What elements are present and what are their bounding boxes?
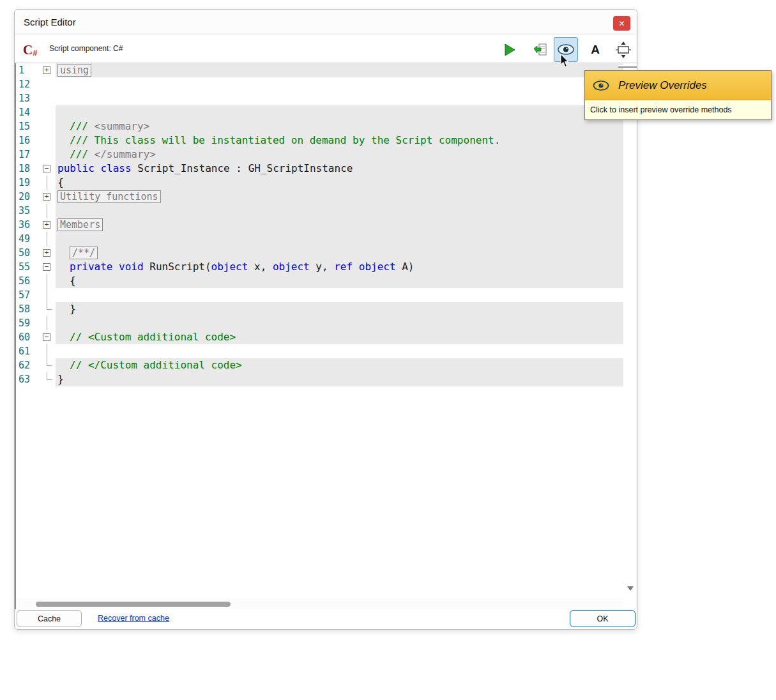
close-button[interactable]: ✕	[613, 16, 630, 31]
fold-toggle-icon[interactable]: −	[39, 162, 56, 176]
code-text[interactable]: /// This class will be instantiated on d…	[56, 133, 623, 148]
code-text[interactable]: }	[56, 372, 623, 386]
fold-gutter-cell	[39, 77, 56, 91]
fold-gutter-cell	[39, 133, 56, 148]
code-text[interactable]: // <Custom additional code>	[56, 330, 623, 344]
code-text[interactable]	[56, 204, 623, 218]
code-segment-plain: {	[57, 176, 64, 188]
line-number: 49	[16, 232, 39, 246]
code-text[interactable]	[56, 105, 623, 119]
title-bar[interactable]: Script Editor ✕	[15, 10, 637, 35]
csharp-letter: C	[23, 42, 33, 57]
code-segment-keyword: ref	[334, 261, 353, 273]
code-segment-plain: A)	[396, 261, 415, 273]
code-text[interactable]	[56, 288, 623, 302]
fold-gutter-cell	[39, 344, 56, 358]
line-number: 56	[16, 274, 39, 288]
tooltip-header: Preview Overrides	[585, 71, 771, 100]
code-segment-doctag: <summary>	[95, 120, 150, 132]
insert-source-button[interactable]	[529, 39, 551, 60]
auto-size-button[interactable]	[612, 39, 634, 60]
code-text[interactable]: private void RunScript(object x, object …	[56, 260, 623, 274]
code-segment-plain: }	[57, 373, 64, 385]
code-text[interactable]	[56, 316, 623, 330]
code-segment-doctag: </summary>	[95, 148, 156, 160]
line-number: 14	[16, 105, 39, 119]
code-segment-plain: {	[70, 275, 76, 287]
recover-from-cache-link[interactable]: Recover from cache	[98, 614, 169, 623]
code-line-49: 49	[16, 232, 623, 246]
fold-gutter-cell	[39, 288, 56, 302]
run-script-button[interactable]	[499, 39, 521, 60]
line-number: 50	[16, 246, 39, 260]
code-text[interactable]: /// </summary>	[56, 148, 623, 162]
code-line-17: 17/// </summary>	[16, 148, 623, 162]
resize-icon	[615, 42, 632, 58]
code-segment-collapsed: Utility functions	[57, 190, 161, 203]
code-text[interactable]: }	[56, 302, 623, 316]
font-button[interactable]: A	[584, 39, 606, 60]
play-icon	[503, 43, 517, 57]
preview-overrides-tooltip: Preview Overrides Click to insert previe…	[584, 70, 772, 120]
fold-gutter-cell	[39, 302, 56, 316]
line-number: 1	[16, 63, 39, 77]
tooltip-eye-icon	[593, 80, 611, 91]
line-number: 62	[16, 358, 39, 372]
scrollbar-splitter[interactable]	[618, 65, 637, 68]
code-text[interactable]	[56, 77, 623, 91]
code-segment-keyword: object	[359, 261, 396, 273]
fold-toggle-icon[interactable]: −	[39, 260, 56, 274]
fold-toggle-icon[interactable]: +	[39, 218, 56, 232]
horizontal-scrollbar[interactable]	[16, 598, 623, 610]
fold-toggle-icon[interactable]: −	[39, 330, 56, 344]
code-text[interactable]	[56, 91, 623, 105]
code-segment-plain: Script_Instance : GH_ScriptInstance	[132, 162, 353, 174]
code-text[interactable]	[56, 344, 623, 358]
fold-toggle-icon[interactable]: +	[39, 63, 56, 77]
code-text[interactable]: public class Script_Instance : GH_Script…	[56, 162, 623, 176]
code-text[interactable]: Members	[56, 218, 623, 232]
code-line-63: 63}	[16, 372, 623, 386]
code-text[interactable]: {	[56, 274, 623, 288]
fold-gutter-cell	[39, 232, 56, 246]
code-text[interactable]: Utility functions	[56, 190, 623, 204]
scrollbar-thumb[interactable]	[36, 602, 231, 607]
fold-gutter-cell	[39, 274, 56, 288]
line-number: 19	[16, 176, 39, 190]
scroll-down-icon[interactable]	[627, 586, 634, 591]
code-segment-plain	[95, 162, 101, 174]
line-number: 17	[16, 148, 39, 162]
fold-toggle-icon[interactable]: +	[39, 246, 56, 260]
code-segment-plain: x,	[248, 261, 273, 273]
code-line-60: 60−// <Custom additional code>	[16, 330, 623, 344]
code-text[interactable]: /**/	[56, 246, 623, 260]
insert-source-icon	[533, 43, 547, 57]
ok-button[interactable]: OK	[570, 610, 635, 627]
code-text[interactable]	[56, 232, 623, 246]
code-line-16: 16/// This class will be instantiated on…	[16, 133, 623, 148]
code-line-57: 57	[16, 288, 623, 302]
code-line-61: 61	[16, 344, 623, 358]
line-number: 57	[16, 288, 39, 302]
line-number: 20	[16, 190, 39, 204]
code-segment-plain	[112, 261, 119, 273]
code-line-13: 13	[16, 91, 623, 105]
fold-toggle-icon[interactable]: +	[39, 190, 56, 204]
cache-button[interactable]: Cache	[17, 610, 82, 627]
code-text[interactable]: // </Custom additional code>	[56, 358, 623, 372]
line-number: 15	[16, 119, 39, 133]
code-text[interactable]: /// <summary>	[56, 119, 623, 133]
line-number: 61	[16, 344, 39, 358]
code-editor[interactable]: 1+using12131415/// <summary>16/// This c…	[15, 63, 637, 611]
fold-gutter-cell	[39, 316, 56, 330]
fold-gutter-cell	[39, 176, 56, 190]
code-text[interactable]: using	[56, 63, 623, 77]
code-line-50: 50+/**/	[16, 246, 623, 260]
fold-gutter-cell	[39, 105, 56, 119]
code-text[interactable]: {	[56, 176, 623, 190]
vertical-scrollbar[interactable]	[623, 68, 637, 598]
code-segment-keyword: void	[119, 261, 144, 273]
code-line-20: 20+Utility functions	[16, 190, 623, 204]
close-icon: ✕	[618, 20, 625, 27]
code-segment-keyword: class	[100, 162, 131, 174]
